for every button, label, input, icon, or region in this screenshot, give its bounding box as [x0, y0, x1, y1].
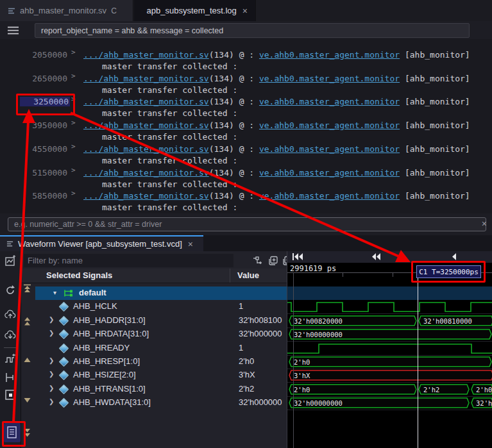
cloud-download-icon[interactable]	[4, 329, 16, 341]
log-path-link[interactable]: ve.ahb0.master_agent.monitor	[259, 120, 400, 130]
chevron-right-icon[interactable]: ❯	[49, 357, 54, 364]
wave-ahb_hresp[interactable]: 2'h0	[287, 355, 492, 369]
log-line-meta: (134) @ :	[209, 120, 259, 130]
chevron-down-icon[interactable]: ▾	[53, 289, 56, 296]
chevron-right-icon[interactable]: >	[71, 142, 76, 151]
tab-label: apb_subsystem_test.log	[147, 6, 237, 15]
log-entry: 3950000>.../ahb_master_monitor.sv(134) @…	[0, 118, 492, 142]
record-icon[interactable]	[4, 389, 16, 401]
log-timestamp[interactable]: 5850000	[21, 191, 67, 201]
bus-value-label: 32'h00000000	[294, 399, 343, 407]
signal-name: AHB_HREADY	[73, 343, 130, 353]
log-entry: 2050000>.../ahb_master_monitor.sv(134) @…	[0, 47, 492, 71]
log-timestamp[interactable]: 3950000	[21, 120, 67, 130]
log-path-link[interactable]: ve.ahb0.master_agent.monitor	[259, 74, 400, 83]
tab-waveform-viewer[interactable]: Waveform Viewer [apb_subsystem_test.vcd]…	[0, 235, 203, 251]
expand-all-icon[interactable]	[268, 256, 278, 266]
signal-group-row[interactable]: ▾default	[35, 286, 287, 300]
log-line-meta: (134) @ :	[209, 168, 259, 178]
chart-panel-icon[interactable]	[4, 255, 16, 267]
log-file-link[interactable]: .../ahb_master_monitor.sv	[83, 97, 209, 106]
cursor-c1-line[interactable]	[418, 270, 418, 448]
wave-ahb_htrans[interactable]: 2'h02'h22'h0	[287, 383, 492, 396]
wave-ahb_hsize[interactable]: 3'hX	[287, 369, 492, 382]
close-icon[interactable]: ×	[482, 219, 487, 229]
cursor-marker-icon[interactable]	[4, 372, 16, 383]
wave-ahb_hclk[interactable]	[287, 300, 492, 313]
log-file-link[interactable]: .../ahb_master_monitor.sv	[83, 120, 209, 130]
chevron-right-icon[interactable]: >	[71, 72, 76, 80]
log-tag: [ahb_monitor]	[400, 74, 470, 83]
signal-diamond-icon	[59, 385, 69, 395]
log-timestamp[interactable]: 4550000	[21, 144, 67, 154]
bus-value-label: 32'h00810000	[423, 317, 472, 324]
log-tag: [ahb_monitor]	[400, 97, 470, 106]
log-tag: [ahb_monitor]	[400, 191, 470, 201]
chevron-right-icon[interactable]: >	[71, 166, 76, 174]
wave-ahb_hready[interactable]	[287, 342, 492, 355]
signal-row-ahb_hrdata310[interactable]: ❯AHB_HRDATA[31:0]32'h000000	[21, 328, 287, 341]
log-file-link[interactable]: .../ahb_master_monitor.sv	[83, 191, 209, 201]
log-path-link[interactable]: ve.ahb0.master_agent.monitor	[259, 168, 400, 178]
chevron-right-icon[interactable]: ❯	[49, 385, 54, 392]
skip-to-start-icon[interactable]	[293, 253, 303, 260]
log-timestamp[interactable]: 5150000	[21, 168, 67, 178]
log-message: master transfer collected :	[102, 179, 237, 189]
signal-row-ahb_haddr310[interactable]: ❯AHB_HADDR[31:0]32'h008100	[21, 314, 287, 328]
cloud-upload-icon[interactable]	[4, 309, 16, 320]
wave-ahb_hrdata[interactable]: 32'h00000000	[287, 328, 492, 341]
wave-ahb_haddr[interactable]: 32'h0082000032'h00810000	[287, 314, 492, 328]
refresh-icon[interactable]	[4, 285, 16, 296]
chevron-right-icon[interactable]: ❯	[49, 398, 54, 405]
panel-tab-bar: Waveform Viewer [apb_subsystem_test.vcd]…	[0, 235, 492, 251]
signal-row-ahb_hresp10[interactable]: ❯AHB_HRESP[1:0]2'h0	[21, 355, 287, 369]
group-row-band	[287, 286, 492, 300]
add-to-tree-icon[interactable]	[253, 256, 263, 266]
chevron-right-icon[interactable]: ❯	[49, 316, 54, 323]
signal-row-ahb_hwdata310[interactable]: ❯AHB_HWDATA[31:0]32'h000000	[21, 396, 287, 410]
tab-ahb-master-monitor[interactable]: ahb_master_monitor.sv C	[0, 0, 133, 21]
log-entry: 3250000>.../ahb_master_monitor.sv(134) @…	[0, 94, 492, 118]
signal-row-ahb_hclk[interactable]: AHB_HCLK1	[21, 300, 287, 313]
signal-filter-input[interactable]: Filter by: name	[24, 254, 233, 267]
log-path-link[interactable]: ve.ahb0.master_agent.monitor	[259, 50, 400, 60]
log-timestamp[interactable]: 2050000	[21, 50, 67, 60]
attr-filter-input[interactable]: e.g. numeric_attr >= 0 && str_attr = dri…	[8, 217, 486, 231]
chevron-right-icon[interactable]: ❯	[49, 329, 54, 336]
log-line-meta: (134) @ :	[209, 50, 259, 60]
fast-backward-icon[interactable]	[371, 253, 380, 260]
log-tag: [ahb_monitor]	[400, 50, 470, 60]
chevron-right-icon[interactable]: >	[71, 119, 76, 127]
log-file-link[interactable]: .../ahb_master_monitor.sv	[83, 168, 209, 178]
log-report-icon[interactable]	[4, 423, 21, 442]
log-entry: 2650000>.../ahb_master_monitor.sv(134) @…	[0, 71, 492, 95]
log-filter-input[interactable]: report_object_name = ahb && message = co…	[35, 23, 470, 38]
log-timestamp[interactable]: 2650000	[21, 74, 67, 83]
menu-icon[interactable]	[8, 26, 19, 35]
cursor-c1-label[interactable]: C1 T=3250000ps	[416, 265, 481, 278]
view-start-marker	[293, 272, 294, 448]
wave-canvas[interactable]: 2991619 ps 32'h0082000032'h0081000032'h0…	[287, 251, 492, 448]
close-icon[interactable]: ×	[188, 239, 193, 249]
log-file-link[interactable]: .../ahb_master_monitor.sv	[83, 144, 209, 154]
log-timestamp-selected[interactable]: 3250000	[20, 97, 70, 106]
wave-ahb_hwdata[interactable]: 32'h0000000032'h00	[287, 396, 492, 410]
chevron-right-icon[interactable]: ❯	[49, 370, 54, 377]
log-file-link[interactable]: .../ahb_master_monitor.sv	[83, 74, 209, 83]
signal-row-ahb_hready[interactable]: AHB_HREADY1	[21, 342, 287, 355]
signal-row-ahb_hsize20[interactable]: ❯AHB_HSIZE[2:0]3'hX	[21, 369, 287, 382]
signal-row-ahb_htrans10[interactable]: ❯AHB_HTRANS[1:0]2'h2	[21, 383, 287, 396]
log-line-meta: (134) @ :	[209, 74, 259, 83]
chevron-right-icon[interactable]: >	[71, 95, 76, 103]
close-icon[interactable]: ×	[242, 6, 248, 16]
log-path-link[interactable]: ve.ahb0.master_agent.monitor	[259, 144, 400, 154]
log-path-link[interactable]: ve.ahb0.master_agent.monitor	[259, 97, 400, 106]
log-file-link[interactable]: .../ahb_master_monitor.sv	[83, 50, 209, 60]
signal-diamond-icon	[59, 398, 69, 408]
step-backward-icon[interactable]	[452, 253, 457, 260]
chevron-right-icon[interactable]: >	[71, 48, 76, 56]
log-path-link[interactable]: ve.ahb0.master_agent.monitor	[259, 191, 400, 201]
chevron-right-icon[interactable]: >	[71, 189, 76, 197]
tab-apb-subsystem-test-log[interactable]: apb_subsystem_test.log ×	[134, 0, 256, 21]
pulse-wave-icon[interactable]	[4, 354, 16, 365]
